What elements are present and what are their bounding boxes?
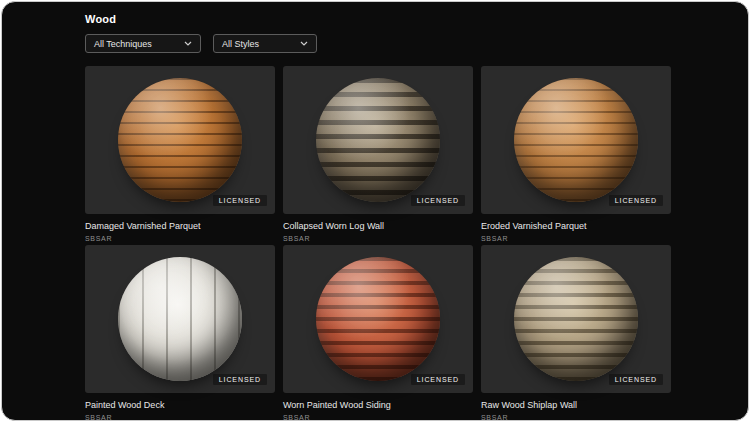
filter-bar: All Techniques All Styles xyxy=(85,34,748,53)
page-title: Wood xyxy=(85,13,748,25)
asset-title: Damaged Varnished Parquet xyxy=(85,220,275,232)
asset-format: SBSAR xyxy=(481,413,671,421)
material-sphere xyxy=(118,257,242,381)
material-sphere xyxy=(514,257,638,381)
asset-format: SBSAR xyxy=(283,234,473,243)
asset-card[interactable]: LICENSED Eroded Varnished Parquet SBSAR xyxy=(481,66,671,243)
material-thumbnail[interactable]: LICENSED xyxy=(481,245,671,393)
styles-dropdown[interactable]: All Styles xyxy=(213,34,317,53)
material-thumbnail[interactable]: LICENSED xyxy=(481,66,671,214)
asset-title: Worn Painted Wood Siding xyxy=(283,399,473,411)
licensed-badge: LICENSED xyxy=(411,195,465,206)
assets-panel: Wood All Techniques All Styles LICENSED xyxy=(1,1,749,421)
styles-dropdown-label: All Styles xyxy=(222,39,259,49)
asset-title: Painted Wood Deck xyxy=(85,399,275,411)
chevron-down-icon xyxy=(184,41,192,46)
licensed-badge: LICENSED xyxy=(411,374,465,385)
category-content: Wood All Techniques All Styles LICENSED xyxy=(2,2,748,421)
material-thumbnail[interactable]: LICENSED xyxy=(283,66,473,214)
asset-card[interactable]: LICENSED Painted Wood Deck SBSAR xyxy=(85,245,275,421)
licensed-badge: LICENSED xyxy=(609,374,663,385)
material-sphere xyxy=(514,78,638,202)
asset-card[interactable]: LICENSED Damaged Varnished Parquet SBSAR xyxy=(85,66,275,243)
asset-card[interactable]: LICENSED Raw Wood Shiplap Wall SBSAR xyxy=(481,245,671,421)
techniques-dropdown-label: All Techniques xyxy=(94,39,152,49)
chevron-down-icon xyxy=(300,41,308,46)
material-thumbnail[interactable]: LICENSED xyxy=(85,66,275,214)
material-sphere xyxy=(316,257,440,381)
asset-format: SBSAR xyxy=(481,234,671,243)
asset-grid: LICENSED Damaged Varnished Parquet SBSAR… xyxy=(85,66,748,421)
material-thumbnail[interactable]: LICENSED xyxy=(283,245,473,393)
material-sphere xyxy=(316,78,440,202)
asset-title: Eroded Varnished Parquet xyxy=(481,220,671,232)
licensed-badge: LICENSED xyxy=(609,195,663,206)
asset-format: SBSAR xyxy=(283,413,473,421)
asset-card[interactable]: LICENSED Worn Painted Wood Siding SBSAR xyxy=(283,245,473,421)
material-sphere xyxy=(118,78,242,202)
asset-card[interactable]: LICENSED Collapsed Worn Log Wall SBSAR xyxy=(283,66,473,243)
licensed-badge: LICENSED xyxy=(213,374,267,385)
asset-title: Raw Wood Shiplap Wall xyxy=(481,399,671,411)
asset-title: Collapsed Worn Log Wall xyxy=(283,220,473,232)
techniques-dropdown[interactable]: All Techniques xyxy=(85,34,201,53)
asset-format: SBSAR xyxy=(85,413,275,421)
licensed-badge: LICENSED xyxy=(213,195,267,206)
asset-format: SBSAR xyxy=(85,234,275,243)
material-thumbnail[interactable]: LICENSED xyxy=(85,245,275,393)
